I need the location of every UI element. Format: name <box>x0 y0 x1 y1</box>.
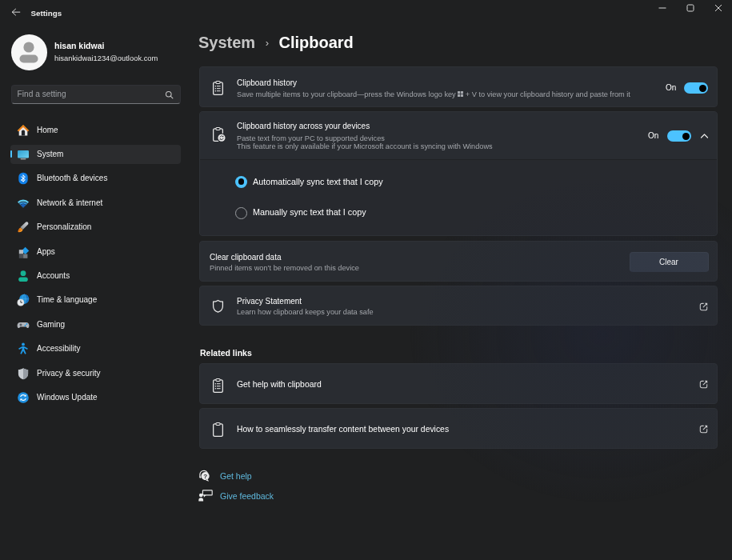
svg-text:?: ? <box>203 473 207 480</box>
